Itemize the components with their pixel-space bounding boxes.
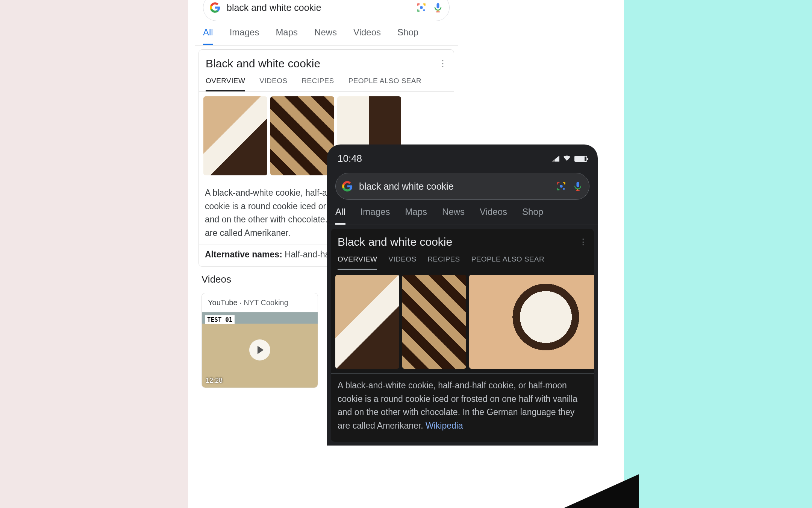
more-options-icon[interactable]: ⋮ xyxy=(579,237,587,247)
knowledge-title: Black and white cookie xyxy=(338,236,452,248)
search-bar[interactable] xyxy=(335,173,589,200)
video-channel: NYT Cooking xyxy=(244,298,288,307)
background-left xyxy=(0,0,188,508)
svg-point-6 xyxy=(563,188,565,190)
svg-point-0 xyxy=(420,6,423,9)
status-bar: 10:48 xyxy=(327,144,598,167)
subtab-videos[interactable]: VIDEOS xyxy=(388,255,416,270)
microphone-icon[interactable] xyxy=(573,181,583,192)
subtab-overview[interactable]: OVERVIEW xyxy=(338,255,377,270)
svg-rect-2 xyxy=(437,3,439,8)
tab-news[interactable]: News xyxy=(442,207,465,225)
knowledge-image-carousel[interactable] xyxy=(331,270,594,373)
knowledge-subtabs: OVERVIEW VIDEOS RECIPES PEOPLE ALSO SEAR xyxy=(199,73,454,92)
result-image[interactable] xyxy=(270,96,334,175)
tab-images[interactable]: Images xyxy=(230,27,259,45)
wifi-icon xyxy=(563,154,571,163)
search-input[interactable] xyxy=(359,181,550,192)
google-logo-icon xyxy=(209,2,221,13)
tab-images[interactable]: Images xyxy=(361,207,390,225)
knowledge-title: Black and white cookie xyxy=(206,57,320,70)
more-options-icon[interactable]: ⋮ xyxy=(439,59,447,68)
search-bar[interactable] xyxy=(203,0,450,21)
tab-maps[interactable]: Maps xyxy=(276,27,298,45)
battery-icon xyxy=(574,156,587,162)
google-logo-icon xyxy=(342,181,353,192)
result-image[interactable] xyxy=(402,275,466,369)
result-image[interactable] xyxy=(203,96,267,175)
wikipedia-link[interactable]: Wikipedia xyxy=(426,421,463,430)
microphone-icon[interactable] xyxy=(433,2,443,13)
video-source-line: YouTube · NYT Cooking xyxy=(202,293,318,312)
video-card[interactable]: YouTube · NYT Cooking TEST 01 12:28 xyxy=(201,293,318,388)
altnames-value: Half-and-half xyxy=(282,249,334,259)
video-duration: 12:28 xyxy=(206,377,223,385)
video-channel-sep: · xyxy=(238,298,244,307)
video-source: YouTube xyxy=(208,298,238,307)
svg-rect-7 xyxy=(577,182,579,187)
video-badge: TEST 01 xyxy=(205,315,235,324)
google-lens-icon[interactable] xyxy=(556,181,567,192)
google-lens-icon[interactable] xyxy=(416,2,427,13)
subtab-people-also[interactable]: PEOPLE ALSO SEAR xyxy=(348,77,421,91)
tab-all[interactable]: All xyxy=(203,27,213,45)
video-thumbnail[interactable]: TEST 01 12:28 xyxy=(202,312,318,388)
google-search-dark: 10:48 All Images Maps News Videos Shop B… xyxy=(327,144,598,446)
svg-point-1 xyxy=(423,9,425,11)
subtab-recipes[interactable]: RECIPES xyxy=(301,77,334,91)
knowledge-description: A black-and-white cookie, half-and-half … xyxy=(331,373,594,442)
tab-news[interactable]: News xyxy=(314,27,337,45)
tab-maps[interactable]: Maps xyxy=(405,207,427,225)
status-time: 10:48 xyxy=(338,153,362,164)
tab-videos[interactable]: Videos xyxy=(480,207,507,225)
signal-icon xyxy=(552,156,559,162)
subtab-people-also[interactable]: PEOPLE ALSO SEAR xyxy=(471,255,544,270)
background-right xyxy=(624,0,812,508)
tab-videos[interactable]: Videos xyxy=(353,27,381,45)
svg-point-5 xyxy=(560,185,562,187)
subtab-overview[interactable]: OVERVIEW xyxy=(206,77,245,91)
search-tabs: All Images Maps News Videos Shop xyxy=(327,204,598,225)
tab-shopping[interactable]: Shop xyxy=(397,27,418,45)
subtab-videos[interactable]: VIDEOS xyxy=(259,77,287,91)
play-icon[interactable] xyxy=(249,339,270,360)
knowledge-subtabs: OVERVIEW VIDEOS RECIPES PEOPLE ALSO SEAR xyxy=(331,251,594,270)
result-image[interactable] xyxy=(469,275,594,369)
tab-all[interactable]: All xyxy=(335,207,345,225)
altnames-label: Alternative names: xyxy=(205,249,282,259)
search-tabs: All Images Maps News Videos Shop xyxy=(195,25,458,46)
search-input[interactable] xyxy=(227,2,410,13)
subtab-recipes[interactable]: RECIPES xyxy=(427,255,460,270)
knowledge-panel: Black and white cookie ⋮ OVERVIEW VIDEOS… xyxy=(331,229,594,442)
tab-shopping[interactable]: Shop xyxy=(522,207,543,225)
result-image[interactable] xyxy=(335,275,399,369)
